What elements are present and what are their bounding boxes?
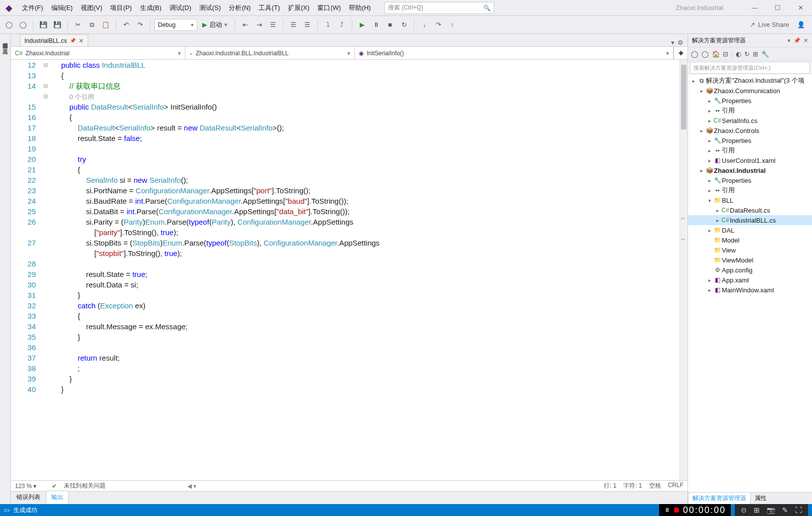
tree-node[interactable]: 📁View [688,245,812,255]
camera-icon[interactable]: 📷 [767,506,775,514]
tree-node[interactable]: ▸📦Zhaoxi.Industrial [688,165,812,175]
solution-tree[interactable]: ▸⧉解决方案"Zhaoxi.Industrial"(3 个项▸📦Zhaoxi.C… [688,75,812,492]
nav-class[interactable]: ⬥ Zhaoxi.Industrial.BLL.IndustrialBLL ▾ [185,47,355,59]
scrollbar-thumb[interactable] [681,65,686,129]
forward-icon[interactable]: ◯ [17,19,29,31]
server-explorer-tab[interactable]: 服务器资源管理器 [0,36,10,42]
tree-node[interactable]: ⚙App.config [688,265,812,275]
cut-icon[interactable]: ✂ [72,19,84,31]
copy-icon[interactable]: ⧉ [86,19,98,31]
showall-icon[interactable]: ⊞ [753,50,758,58]
tab-settings-icon[interactable]: ⚙ [677,39,683,46]
prop-icon[interactable]: 🔧 [761,50,769,58]
tree-node[interactable]: ▸📦Zhaoxi.Communication [688,86,812,96]
tree-node[interactable]: 📁ViewModel [688,255,812,265]
tab-dropdown-icon[interactable]: ▾ [671,39,675,46]
pause-icon[interactable]: ⏸ [370,19,382,31]
close-tab-icon[interactable]: ✕ [79,37,84,44]
bookmark-icon[interactable]: ☰ [287,19,299,31]
grid-icon[interactable]: ⊞ [754,506,760,514]
tree-node[interactable]: ▸◧UserControl1.xaml [688,155,812,165]
menu-item[interactable]: 生成(B) [136,0,165,15]
home2-icon[interactable]: 🏠 [712,50,720,58]
view-icon[interactable]: ◐ [736,50,741,58]
start-debug-button[interactable]: ▶ 启动 ▾ [199,20,231,29]
save-icon[interactable]: 💾 [37,19,49,31]
tree-node[interactable]: ▸🔧Properties [688,175,812,185]
panel-close-icon[interactable]: ✕ [804,37,808,44]
nav-project[interactable]: C# Zhaoxi.Industrial ▾ [11,47,185,59]
stepover-icon[interactable]: ↷ [432,19,444,31]
home-icon[interactable]: ◯ [691,50,698,58]
bookmark2-icon[interactable]: ☰ [301,19,313,31]
tree-node[interactable]: ▸🔧Properties [688,135,812,145]
tree-node[interactable]: ▸C#IndustrialBLL.cs [688,215,812,225]
step2-icon[interactable]: ⤴ [336,19,348,31]
menu-item[interactable]: 窗口(W) [313,0,345,15]
close-button[interactable]: ✕ [789,0,812,16]
tree-node[interactable]: ▸▪▪引用 [688,145,812,155]
redo-icon[interactable]: ↷ [134,19,146,31]
tree-node[interactable]: ▸▪▪引用 [688,106,812,116]
search-box[interactable]: 搜索 (Ctrl+Q) 🔍 [385,2,494,14]
nav-member[interactable]: ◉ InitSerialInfo() ▾ [355,47,674,59]
fold-gutter[interactable]: ⊟ ⊟⊟ [41,60,50,480]
tree-node[interactable]: ▸📦Zhaoxi.Controls [688,126,812,135]
run-icon[interactable]: ▶ [356,19,368,31]
vertical-scrollbar[interactable]: ↩ ↩ [679,60,687,480]
tree-node[interactable]: ▸📁DAL [688,225,812,235]
error-list-tab[interactable]: 错误列表 [11,491,46,504]
recorder-widget[interactable]: ⏸ 00:00:00 [659,504,731,516]
undo-icon[interactable]: ↶ [120,19,132,31]
solution-search[interactable]: 搜索解决方案资源管理器(Ctrl+;) [690,62,810,74]
solution-explorer-tab[interactable]: 解决方案资源管理器 [688,492,751,504]
pencil-icon[interactable]: ✎ [782,506,788,514]
tree-node[interactable]: 📁Model [688,235,812,245]
output-tab[interactable]: 输出 [46,491,69,504]
maximize-button[interactable]: ☐ [766,0,789,16]
toolbox-tab[interactable]: 工具箱 [0,42,10,48]
properties-tab[interactable]: 属性 [751,493,771,504]
minimize-button[interactable]: — [743,0,766,16]
live-share-button[interactable]: ↗ Live Share 👤 [746,21,809,28]
collapse-icon[interactable]: ⊟ [723,50,728,58]
menu-item[interactable]: 视图(V) [77,0,106,15]
tree-node[interactable]: ▸C#SerialInfo.cs [688,116,812,126]
expand-icon[interactable]: ⛶ [795,506,802,514]
stepinto-icon[interactable]: ↓ [418,19,430,31]
file-tab[interactable]: IndustrialBLL.cs 📌 ✕ [20,34,88,46]
restart-icon[interactable]: ↻ [398,19,410,31]
stop-icon[interactable]: ■ [384,19,396,31]
menu-item[interactable]: 工具(T) [255,0,284,15]
menu-item[interactable]: 测试(S) [195,0,225,15]
pause-icon[interactable]: ⏸ [664,507,670,514]
nav-icon[interactable]: ◀ ▾ [187,483,196,490]
pin-icon[interactable]: 📌 [70,38,76,43]
menu-item[interactable]: 编辑(E) [47,0,77,15]
menu-item[interactable]: 文件(F) [18,0,47,15]
paste-icon[interactable]: 📋 [100,19,112,31]
tree-root[interactable]: ▸⧉解决方案"Zhaoxi.Industrial"(3 个项 [688,76,812,86]
target-icon[interactable]: ⊙ [741,506,747,514]
tree-node[interactable]: ▸◧MainWindow.xaml [688,285,812,295]
menu-item[interactable]: 调试(D) [165,0,195,15]
sync-icon[interactable]: ◯ [701,50,709,58]
tree-node[interactable]: ▸◧App.xaml [688,275,812,285]
split-editor-icon[interactable]: ✚ [674,47,687,59]
refresh-icon[interactable]: ↻ [744,50,750,58]
code-editor[interactable]: 121314 151617181920212223242526 27 28293… [11,60,687,480]
zoom-level[interactable]: 123 % ▾ [15,483,45,490]
config-dropdown[interactable]: Debug▾ [154,19,197,31]
menu-item[interactable]: 扩展(X) [284,0,313,15]
menu-item[interactable]: 帮助(H) [345,0,375,15]
save-all-icon[interactable]: 💾 [51,19,63,31]
indent-right-icon[interactable]: ⇥ [253,19,265,31]
comment-icon[interactable]: ☰ [267,19,279,31]
menu-item[interactable]: 项目(P) [106,0,135,15]
tree-node[interactable]: ▸▪▪引用 [688,185,812,195]
panel-dropdown-icon[interactable]: ▾ [788,37,791,44]
panel-pin-icon[interactable]: 📌 [794,37,801,44]
menu-item[interactable]: 分析(N) [225,0,255,15]
tree-node[interactable]: ▸C#DataResult.cs [688,205,812,215]
indent-left-icon[interactable]: ⇤ [239,19,251,31]
